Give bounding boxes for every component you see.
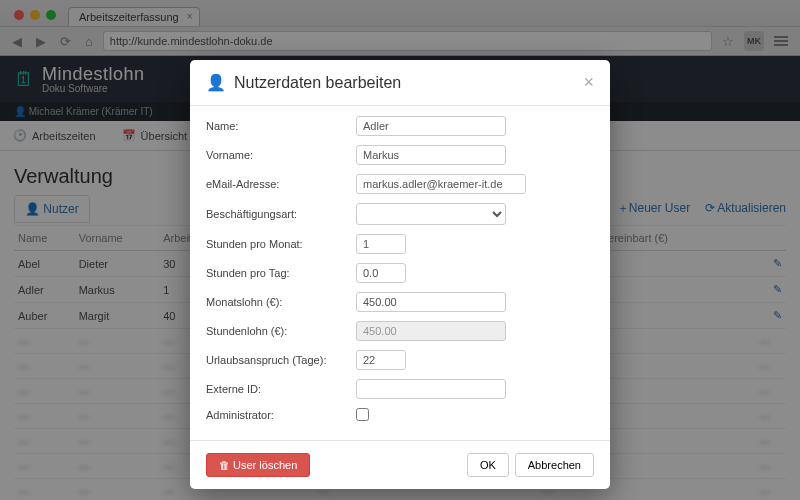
admin-checkbox[interactable] xyxy=(356,408,369,421)
label-mlohn: Monatslohn (€): xyxy=(206,296,356,308)
slohn-input xyxy=(356,321,506,341)
label-spm: Stunden pro Monat: xyxy=(206,238,356,250)
close-icon[interactable]: × xyxy=(583,72,594,93)
label-art: Beschäftigungsart: xyxy=(206,208,356,220)
label-name: Name: xyxy=(206,120,356,132)
ok-button[interactable]: OK xyxy=(467,453,509,477)
urlaub-input[interactable] xyxy=(356,350,406,370)
modal-title: Nutzerdaten bearbeiten xyxy=(234,74,401,92)
spt-input[interactable] xyxy=(356,263,406,283)
label-email: eMail-Adresse: xyxy=(206,178,356,190)
email-input[interactable] xyxy=(356,174,526,194)
delete-user-button[interactable]: 🗑 User löschen xyxy=(206,453,310,477)
label-urlaub: Urlaubsanspruch (Tage): xyxy=(206,354,356,366)
trash-icon: 🗑 xyxy=(219,459,230,471)
label-vorname: Vorname: xyxy=(206,149,356,161)
edit-user-modal: 👤Nutzerdaten bearbeiten × Name: Vorname:… xyxy=(190,60,610,489)
art-select[interactable] xyxy=(356,203,506,225)
cancel-button[interactable]: Abbrechen xyxy=(515,453,594,477)
vorname-input[interactable] xyxy=(356,145,506,165)
spm-input[interactable] xyxy=(356,234,406,254)
mlohn-input[interactable] xyxy=(356,292,506,312)
name-input[interactable] xyxy=(356,116,506,136)
label-admin: Administrator: xyxy=(206,409,356,421)
label-ext: Externe ID: xyxy=(206,383,356,395)
label-spt: Stunden pro Tag: xyxy=(206,267,356,279)
user-icon: 👤 xyxy=(206,73,226,92)
label-slohn: Stundenlohn (€): xyxy=(206,325,356,337)
ext-input[interactable] xyxy=(356,379,506,399)
